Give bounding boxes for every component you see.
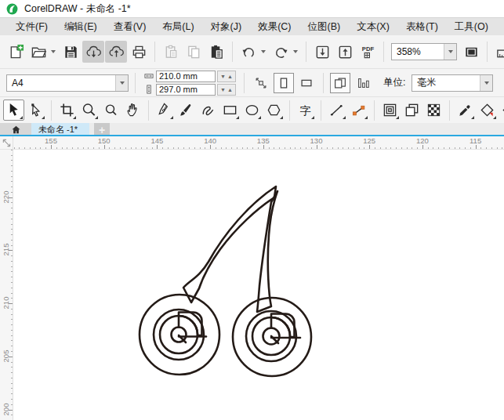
rectangle-tool-icon (222, 102, 238, 118)
pen-tool-icon (156, 102, 172, 118)
transparency-tool-button[interactable] (423, 100, 444, 121)
cherry-drawing (13, 150, 504, 420)
connector-tool-button[interactable] (348, 100, 369, 121)
page-bars-icon (355, 75, 371, 91)
property-bar: A4 ▼ ▲ ▼ ▲ (0, 69, 504, 97)
menu-item-table[interactable]: 表格(T) (401, 19, 443, 35)
window-title: CorelDRAW - 未命名 -1* (24, 2, 131, 16)
save-cloud-icon (108, 44, 125, 60)
separator (51, 100, 52, 121)
save-cloud-button[interactable] (105, 41, 127, 63)
separator (135, 73, 136, 93)
dimension-tool-button[interactable] (326, 100, 347, 121)
pen-tool-button[interactable] (154, 100, 175, 121)
contour-tool-button[interactable] (379, 100, 401, 121)
menu-item-edit[interactable]: 编辑(E) (60, 19, 102, 35)
outline-tool-button[interactable] (499, 100, 504, 121)
page-height-field[interactable] (156, 84, 216, 96)
shape-tool-button[interactable] (25, 100, 46, 121)
title-bar: CorelDRAW - 未命名 -1* (0, 0, 504, 17)
text-tool-button[interactable]: 字 (295, 100, 316, 121)
print-button[interactable] (128, 41, 150, 63)
shadow-tool-button[interactable] (401, 100, 422, 121)
export-button[interactable] (334, 41, 356, 63)
horizontal-ruler[interactable]: 155150145140135130125120115 (13, 136, 504, 149)
separator (374, 100, 375, 121)
open-cloud-icon (85, 44, 102, 60)
redo-button[interactable] (270, 41, 292, 63)
rectangle-tool-button[interactable] (219, 100, 241, 121)
ruler-row: 155150145140135130125120115 (0, 136, 504, 150)
chevron-down-icon[interactable] (444, 44, 456, 60)
portrait-icon (276, 75, 292, 91)
separator (148, 100, 149, 121)
menu-item-layout[interactable]: 布局(L) (158, 19, 198, 35)
chevron-down-icon[interactable] (51, 50, 56, 53)
crop-tool-button[interactable] (56, 100, 78, 121)
landscape-orientation-button[interactable] (296, 73, 317, 93)
menu-item-object[interactable]: 对象(J) (206, 19, 247, 35)
separator (321, 100, 321, 121)
save-icon (63, 44, 79, 60)
import-icon (314, 44, 331, 60)
all-pages-icon (332, 75, 348, 91)
home-icon (11, 125, 21, 135)
nudge-offset-button[interactable] (251, 73, 271, 93)
dimension-tool-icon (328, 102, 345, 118)
separator (289, 100, 290, 121)
open-cloud-button[interactable] (82, 41, 104, 63)
separator (232, 42, 233, 62)
zoom-alt-tool-button[interactable] (100, 100, 121, 121)
open-folder-button[interactable] (27, 41, 49, 63)
fill-tool-button[interactable] (477, 100, 498, 121)
ellipse-tool-button[interactable] (241, 100, 263, 121)
zoom-level-combo[interactable]: 358% (391, 43, 457, 60)
rulers-icon (495, 44, 504, 60)
page-height-stepper[interactable]: ▼ ▲ (217, 84, 236, 96)
eyedropper-tool-button[interactable] (455, 100, 476, 121)
separator (306, 42, 306, 62)
rulers-button[interactable] (492, 41, 504, 63)
page-size-select[interactable]: A4 (6, 74, 129, 92)
menu-item-text[interactable]: 文本(X) (352, 19, 394, 35)
page-width-field[interactable] (156, 71, 216, 82)
undo-icon (241, 44, 257, 60)
ruler-origin[interactable] (0, 136, 13, 149)
paste-button[interactable] (205, 41, 227, 63)
brush-tool-icon (178, 102, 194, 118)
vertical-ruler[interactable]: 225220215210205200 (0, 150, 13, 420)
coreldraw-logo-icon (6, 3, 18, 15)
menu-item-file[interactable]: 文件(F) (11, 19, 53, 35)
ellipse-tool-icon (244, 102, 260, 118)
chevron-down-icon[interactable] (261, 50, 266, 53)
portrait-orientation-button[interactable] (274, 73, 294, 93)
new-document-button[interactable] (5, 41, 27, 63)
publish-pdf-button[interactable]: PDF (357, 41, 379, 63)
chevron-down-icon[interactable] (480, 75, 492, 91)
freehand-tool-button[interactable] (198, 100, 219, 121)
pan-tool-button[interactable] (122, 100, 143, 121)
import-button[interactable] (311, 41, 333, 63)
menu-item-view[interactable]: 查看(V) (109, 19, 151, 35)
polygon-tool-icon (266, 102, 282, 118)
drawing-canvas[interactable] (13, 150, 504, 420)
page-width-stepper[interactable]: ▼ ▲ (217, 71, 236, 82)
brush-tool-button[interactable] (176, 100, 197, 121)
zoom-tool-button[interactable] (78, 100, 100, 121)
pick-tool-button[interactable] (3, 100, 24, 121)
polygon-tool-button[interactable] (263, 100, 285, 121)
chevron-down-icon[interactable] (293, 50, 298, 53)
units-select[interactable]: 毫米 (412, 74, 493, 92)
save-button[interactable] (60, 41, 82, 63)
all-pages-button[interactable] (330, 73, 350, 93)
undo-button[interactable] (237, 41, 259, 63)
page-dimensions-button[interactable] (353, 73, 373, 93)
menu-item-effects[interactable]: 效果(C) (253, 19, 296, 35)
menu-item-tools[interactable]: 工具(O) (450, 19, 493, 35)
outline-tool-icon (501, 102, 504, 118)
menu-item-bitmaps[interactable]: 位图(B) (303, 19, 346, 35)
publish-pdf-icon: PDF (360, 44, 376, 60)
full-screen-button[interactable] (460, 41, 482, 63)
standard-toolbar: PDF358% (0, 35, 504, 69)
chevron-down-icon[interactable] (115, 75, 128, 91)
